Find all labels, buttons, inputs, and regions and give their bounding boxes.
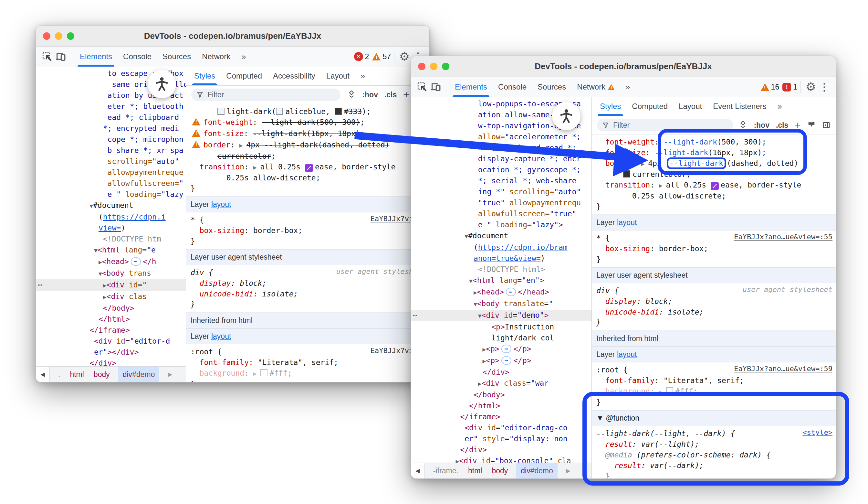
node-more-actions-icon[interactable]: ⋯ [413,310,418,321]
dom-tree-node[interactable]: ▶<head>⋯</head> [411,286,591,298]
error-badge[interactable]: ×2 [354,52,369,61]
dom-tree-node[interactable]: view=) [36,222,186,233]
dom-tree-node[interactable]: <div id="editor-drag-co [411,422,591,433]
dom-tree-node[interactable]: er"></div> [36,346,186,357]
stylesheet-source-link[interactable]: <style> [803,429,833,436]
dom-tree-node[interactable]: </html> [411,400,591,411]
css-declaration[interactable]: background: ▶ #fff; [596,386,836,397]
css-declaration[interactable]: currentcolor; [596,169,836,180]
css-declaration[interactable]: } [596,317,836,328]
dom-tree-node[interactable]: scrolling="auto" [36,156,186,167]
css-declaration[interactable]: } [190,379,429,382]
more-tabs-icon[interactable]: » [620,77,636,97]
dom-tree-node[interactable]: allowfullscreen="true" [411,208,591,219]
css-declaration[interactable]: font-weight: --light-dark(500, 300); [596,137,836,148]
dom-tree-node[interactable]: ▶<div class="war [411,377,591,389]
close-button[interactable] [43,32,50,40]
dom-tree-node[interactable]: (https://cdpn.i [36,211,186,222]
dom-tree-node[interactable]: display-capture *; encr [411,153,591,164]
css-declaration[interactable]: --light-dark(--light, --dark) { [596,429,836,439]
style-rule[interactable]: EaYBJJx?ano…ue&view=:55* { box-sizing: b… [592,231,836,268]
breadcrumb-scroll-left[interactable]: ◀ [36,366,50,382]
css-declaration[interactable]: } [596,397,836,408]
tab-elements[interactable]: Elements [74,47,117,67]
minimize-button[interactable] [55,32,62,40]
zoom-button[interactable] [442,63,450,70]
node-more-actions-icon[interactable]: ⋯ [38,279,43,290]
dom-tree-node[interactable]: ⋯ ▶<div id=" [36,279,186,291]
css-declaration[interactable]: box-sizing: border-box; [190,225,429,236]
close-button[interactable] [418,63,425,70]
dom-tree-node[interactable]: ⋯ ▼<div id="demo"> [411,310,591,321]
dom-tree-node[interactable]: ▼#document [36,200,186,211]
css-declaration[interactable]: !border: ▶ 4px --light-dark(dashed, dott… [190,140,429,151]
titlebar[interactable]: DevTools - codepen.io/bramus/pen/EaYBJJx [411,56,836,77]
inspect-element-icon[interactable] [415,80,429,94]
css-declaration[interactable]: light-dark(aliceblue, #333); [190,107,429,117]
breadcrumb-item[interactable]: body [92,366,111,382]
dom-tree-node[interactable]: *; serial *; web-share [411,175,591,186]
element-states-icon[interactable] [347,91,356,99]
tab-computed[interactable]: Computed [221,67,268,85]
dom-tree-node[interactable]: allow="accelerometer *; [411,131,591,142]
css-declaration[interactable]: unicode-bidi: isolate; [190,289,429,299]
style-rule[interactable]: light-dark(aliceblue, #333);!font-weight… [186,104,429,196]
style-rule[interactable]: <style>--light-dark(--light, --dark) { r… [592,426,836,478]
device-toolbar-icon[interactable] [54,50,68,63]
issue-badge[interactable]: !1 [782,83,797,91]
css-declaration[interactable]: } [190,183,429,194]
css-declaration[interactable]: display: block; [190,278,429,289]
css-declaration[interactable]: 0.25s allow-discrete; [596,191,836,201]
dom-tree-node[interactable]: <p>Instruction [411,321,591,332]
dom-tree-node[interactable]: </body> [411,389,591,400]
css-declaration[interactable]: font-family: "Literata", serif; [190,357,429,368]
style-rule[interactable]: font-weight: --light-dark(500, 300); fon… [592,134,836,215]
dom-tree-node[interactable]: cope *; microphon [36,134,186,145]
tab-sources[interactable]: Sources [532,77,571,97]
dom-tree-node[interactable]: allowfullscreen=" [36,178,186,189]
css-declaration[interactable]: !font-weight: --light-dark(500, 300); [190,117,429,128]
dock-sidebar-icon[interactable] [822,121,830,129]
breadcrumb-item[interactable]: . [57,366,61,382]
new-style-rule-button[interactable]: + [403,89,409,101]
tab-event-listeners[interactable]: Event Listeners [707,97,772,116]
styles-filter-input[interactable]: Filter [191,89,340,101]
new-style-rule-button[interactable]: + [795,119,801,131]
dom-tree-node[interactable]: ▶<div clas [36,291,186,303]
dom-tree-node[interactable]: e " loading="lazy"> [411,219,591,230]
css-declaration[interactable]: currentcolor; [190,151,429,162]
dom-tree-node[interactable]: </html> [36,314,186,325]
dom-tree-node[interactable]: allowpaymentreque [36,167,186,178]
tab-sources[interactable]: Sources [157,47,196,67]
dom-tree-node[interactable]: ▼<html lang="en"> [411,275,591,286]
css-declaration[interactable]: font-size: --light-dark(16px, 18px); [596,148,836,158]
dom-tree-node[interactable]: </div> [411,444,591,455]
css-declaration[interactable]: transition: ▶ all 0.25s ease, border-sty… [596,180,836,191]
dom-tree-node[interactable]: </div> [411,366,591,377]
tab-styles[interactable]: Styles [595,97,626,116]
more-options-icon[interactable]: ⋮ [818,80,831,94]
tab-elements[interactable]: Elements [450,77,493,97]
breadcrumb-item[interactable]: body [490,463,509,478]
dom-tree-node[interactable]: light/dark col [411,332,591,343]
easing-editor-icon[interactable] [711,182,719,190]
dom-tree-node[interactable]: ▼<body translate=" [411,298,591,310]
dom-tree-node[interactable]: er" style="display: non [411,433,591,444]
toggle-class-button[interactable]: .cls [776,121,788,130]
css-declaration[interactable]: @media (prefers-color-scheme: dark) { [596,450,836,460]
tab-layout[interactable]: Layout [321,67,355,85]
breadcrumb-item[interactable]: -iframe. [432,463,460,478]
css-declaration[interactable]: unicode-bidi: isolate; [596,307,836,317]
titlebar[interactable]: DevTools - codepen.io/bramus/pen/EaYBJJx [36,26,429,47]
dom-tree-node[interactable]: ead *; clipboard- [36,112,186,123]
style-rule[interactable]: user agent stylesheetdiv { display: bloc… [592,283,836,331]
stylesheet-source-link[interactable]: EaYBJJx?ano…ue&view=:59 [734,365,833,373]
warn-badge[interactable]: !16 [761,83,779,91]
dom-tree-node[interactable]: anon=true&view=) [411,253,591,264]
toggle-hover-button[interactable]: :hov [754,121,769,130]
toggle-hover-button[interactable]: :hov [362,91,378,99]
breadcrumb-item[interactable]: div#demo [516,463,558,478]
dom-tree-node[interactable]: ▶<head>⋯</h [36,256,186,268]
tab-console[interactable]: Console [493,77,532,97]
settings-icon[interactable]: ⚙ [397,50,411,63]
